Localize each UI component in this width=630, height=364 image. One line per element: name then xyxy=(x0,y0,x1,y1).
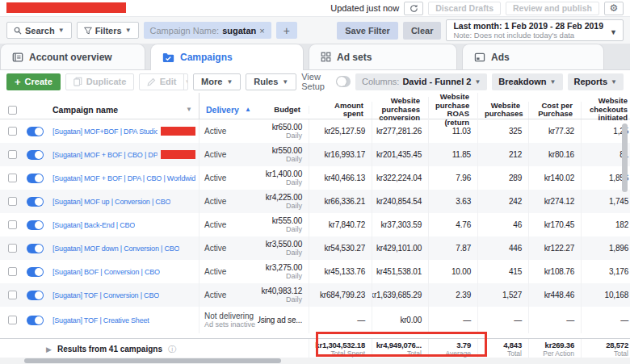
settings-button[interactable]: ⚙ xyxy=(604,2,624,15)
campaign-name-link[interactable]: [Sugatan] BOF | Conversion | CBO xyxy=(52,268,160,276)
column-header-delivery[interactable]: Delivery ▲ xyxy=(200,106,258,115)
cell-budget: kr555.00 Daily xyxy=(258,213,309,236)
chevron-down-icon: ▼ xyxy=(186,106,192,115)
save-filter-button[interactable]: Save Filter xyxy=(337,22,398,40)
reports-button[interactable]: Reports ▼ xyxy=(568,73,624,90)
breakdown-button[interactable]: Breakdown ▼ xyxy=(492,73,562,90)
cell-purchase-roas: 4.76 xyxy=(429,213,478,236)
cell-cost-per-purchase: kr80.16 xyxy=(529,143,582,166)
row-checkbox[interactable] xyxy=(8,150,17,159)
vertical-scrollbar[interactable] xyxy=(622,123,628,192)
tab-campaigns[interactable]: Campaigns xyxy=(150,44,304,70)
chevron-down-icon: ▼ xyxy=(550,78,556,86)
campaigns-table: Campaign name ▼ Delivery ▲ Budget Amount… xyxy=(0,93,630,358)
tab-account-overview[interactable]: Account overview xyxy=(0,44,145,69)
campaign-name-link[interactable]: [Sugatan] MOF + BOF | DPA | CBO | Worldw… xyxy=(52,174,195,182)
ads-manager-window: Updated just now Discard Drafts Review a… xyxy=(0,0,630,364)
cell-budget: kr550.00 Daily xyxy=(258,143,309,166)
campaign-name-link[interactable]: [Sugatan] Back-End | CBO xyxy=(52,221,135,229)
cell-checkouts-initiated: 182 xyxy=(582,213,630,236)
cell-delivery: Active xyxy=(200,283,258,307)
search-button[interactable]: Search ▼ xyxy=(6,22,72,39)
cell-amount-spent: kr684,799.23 xyxy=(309,283,372,307)
table-row: [Sugatan] MOF+BOF | DPA Studio | CBO | A… xyxy=(0,119,630,143)
close-icon[interactable]: × xyxy=(259,26,264,36)
campaign-name-link[interactable]: [Sugatan] MOF up | Conversion | CBO xyxy=(52,198,170,206)
campaign-name-link[interactable]: [Sugatan] TOF | Creative Sheet xyxy=(52,316,149,324)
view-setup-toggle[interactable] xyxy=(336,76,350,87)
campaign-toggle[interactable] xyxy=(27,220,44,230)
cell-purchases-conversion: kr0.00 xyxy=(372,307,429,333)
table-row: [Sugatan] MOF + BOF | CBO | DPA UGC | Ac… xyxy=(0,143,630,166)
cell-website-purchases: 1,527 xyxy=(478,283,529,307)
row-checkbox[interactable] xyxy=(8,291,17,299)
campaign-toggle[interactable] xyxy=(27,127,44,136)
cell-amount-spent: kr45,133.76 xyxy=(309,260,372,283)
create-button[interactable]: + Create xyxy=(6,73,61,90)
clear-filter-button[interactable]: Clear xyxy=(403,22,442,40)
campaign-toggle[interactable] xyxy=(27,316,44,325)
column-header-cost-per-purchase[interactable]: Cost per Purchase xyxy=(529,102,582,119)
discard-drafts-button[interactable]: Discard Drafts xyxy=(428,2,501,15)
column-header-amount-spent[interactable]: Amount spent xyxy=(309,102,372,119)
cell-amount-spent: kr54,530.27 xyxy=(309,236,372,260)
row-checkbox[interactable] xyxy=(8,197,17,206)
gear-icon: ⚙ xyxy=(610,2,619,14)
row-checkbox[interactable] xyxy=(8,316,17,324)
cell-checkouts-initiated: 1,896 xyxy=(582,236,630,260)
chevron-down-icon[interactable]: ▼ xyxy=(183,74,188,90)
column-header-budget[interactable]: Budget xyxy=(258,106,309,115)
columns-button[interactable]: Columns: David - Funnel 2 ▼ xyxy=(355,73,487,90)
row-checkbox[interactable] xyxy=(8,220,17,229)
info-icon[interactable]: ⓘ xyxy=(168,344,176,355)
duplicate-button[interactable]: Duplicate ▼ xyxy=(65,73,134,90)
date-range-selector[interactable]: Last month: 1 Feb 2019 - 28 Feb 2019 Not… xyxy=(446,19,624,41)
cell-delivery: Active xyxy=(200,166,258,190)
cell-budget: kr4,225.00 Daily xyxy=(258,190,309,213)
campaign-name-link[interactable]: [Sugatan] MOF down | Conversion | CBO xyxy=(52,245,179,253)
campaign-toggle[interactable] xyxy=(27,291,44,300)
rules-button[interactable]: Rules ▼ xyxy=(246,73,296,90)
cell-purchase-roas: 11.85 xyxy=(429,143,478,166)
row-checkbox[interactable] xyxy=(8,244,17,253)
cell-cost-per-purchase: kr108.76 xyxy=(529,260,582,283)
cell-purchases-conversion: kr277,281.26 xyxy=(372,119,429,143)
filters-button[interactable]: Filters ▼ xyxy=(77,22,139,39)
chevron-down-icon: ▼ xyxy=(58,27,65,34)
view-setup-label: View Setup xyxy=(301,72,331,91)
column-header-website-purchases[interactable]: Website purchases xyxy=(478,102,529,119)
table-row: [Sugatan] MOF down | Conversion | CBO Ac… xyxy=(0,236,630,260)
campaign-toggle[interactable] xyxy=(27,150,44,160)
redaction-block xyxy=(161,150,195,159)
cell-delivery: Active xyxy=(200,190,258,213)
more-button[interactable]: More ▼ xyxy=(193,73,241,90)
campaign-toggle[interactable] xyxy=(27,267,44,277)
cell-purchase-roas: 3.63 xyxy=(429,190,478,213)
select-all-checkbox[interactable] xyxy=(8,106,17,115)
tab-ads[interactable]: Ads xyxy=(462,44,604,69)
review-publish-button[interactable]: Review and publish xyxy=(506,2,599,15)
cell-website-purchases: 46 xyxy=(478,213,529,236)
table-footer: ▶ Results from 41 campaigns ⓘ kr1,304,53… xyxy=(0,338,630,358)
row-checkbox[interactable] xyxy=(8,174,17,182)
add-filter-button[interactable]: + xyxy=(276,22,297,39)
cell-purchases-conversion: kr1,639,685.29 xyxy=(372,283,429,307)
campaign-toggle[interactable] xyxy=(27,244,44,253)
campaign-name-link[interactable]: [Sugatan] MOF + BOF | CBO | DPA UGC | xyxy=(52,151,158,159)
cell-cost-per-purchase: kr140.02 xyxy=(529,166,582,190)
campaign-toggle[interactable] xyxy=(27,197,44,207)
expand-icon[interactable]: ▶ xyxy=(46,345,52,354)
horizontal-scrollbar[interactable] xyxy=(24,358,281,363)
account-overview-icon xyxy=(12,52,23,63)
campaign-name-link[interactable]: [Sugatan] TOF | Conversion | CBO xyxy=(52,291,159,299)
campaign-name-filter-chip[interactable]: Campaign Name: sugatan × xyxy=(144,22,271,39)
row-checkbox[interactable] xyxy=(8,127,17,136)
campaign-toggle[interactable] xyxy=(27,174,44,183)
tab-ad-sets[interactable]: Ad sets xyxy=(309,44,457,69)
row-checkbox[interactable] xyxy=(8,267,17,276)
cell-purchase-roas: 2.39 xyxy=(429,283,478,307)
total-website-purchases: 4,843Total xyxy=(478,339,529,359)
refresh-button[interactable] xyxy=(404,2,423,15)
edit-button[interactable]: Edit ▼ xyxy=(139,73,188,90)
campaign-name-link[interactable]: [Sugatan] MOF+BOF | DPA Studio | CBO | xyxy=(52,128,158,136)
